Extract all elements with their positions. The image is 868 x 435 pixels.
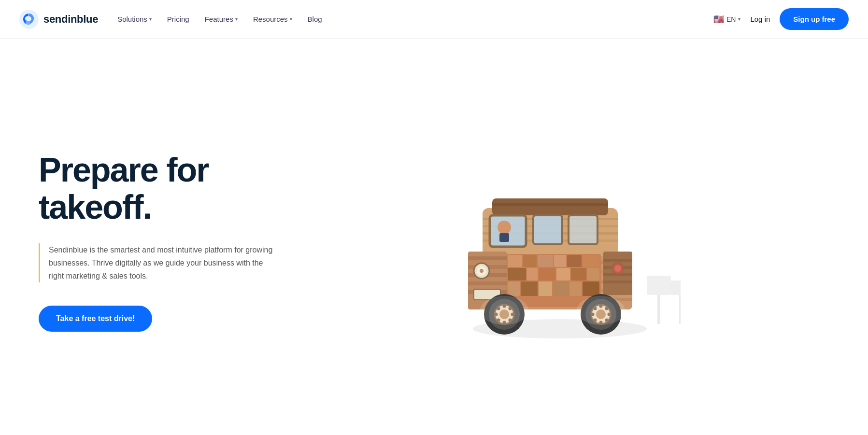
logo-link[interactable]: sendinblue	[19, 10, 98, 29]
language-selector[interactable]: 🇺🇸 EN ▾	[713, 14, 740, 25]
nav-link-blog[interactable]: Blog	[308, 15, 322, 23]
svg-rect-46	[508, 268, 526, 281]
logo-icon	[19, 10, 39, 29]
chevron-down-icon: ▾	[149, 16, 152, 22]
hero-title: Prepare for takeoff.	[39, 152, 280, 226]
signup-button[interactable]: Sign up free	[780, 8, 849, 30]
toy-van-illustration	[429, 136, 681, 348]
hero-content: Prepare for takeoff. Sendinblue is the s…	[39, 152, 280, 332]
svg-rect-41	[523, 255, 537, 267]
svg-rect-50	[571, 268, 586, 281]
chevron-down-icon: ▾	[235, 16, 238, 22]
svg-rect-52	[508, 281, 520, 296]
svg-point-59	[614, 265, 621, 272]
nav-item-pricing[interactable]: Pricing	[167, 15, 189, 23]
nav-link-features[interactable]: Features ▾	[205, 15, 238, 23]
svg-rect-13	[492, 198, 608, 215]
navbar-right: 🇺🇸 EN ▾ Log in Sign up free	[713, 8, 849, 30]
svg-rect-57	[583, 281, 599, 296]
svg-point-84	[480, 296, 528, 325]
svg-rect-54	[539, 281, 552, 296]
hero-description: Sendinblue is the smartest and most intu…	[49, 243, 280, 283]
svg-rect-24	[468, 256, 507, 260]
svg-rect-14	[492, 203, 608, 206]
nav-item-solutions[interactable]: Solutions ▾	[117, 15, 152, 23]
svg-rect-38	[603, 281, 632, 283]
svg-rect-35	[603, 259, 632, 262]
svg-rect-43	[554, 255, 566, 267]
navbar-left: sendinblue Solutions ▾ Pricing Features …	[19, 10, 322, 29]
chevron-down-icon: ▾	[738, 16, 740, 22]
nav-item-features[interactable]: Features ▾	[205, 15, 238, 23]
svg-rect-49	[556, 268, 570, 281]
logo-text: sendinblue	[43, 13, 98, 26]
nav-link-resources[interactable]: Resources ▾	[253, 15, 292, 23]
navbar: sendinblue Solutions ▾ Pricing Features …	[0, 0, 868, 39]
svg-point-21	[498, 221, 511, 234]
hero-image	[280, 121, 829, 363]
login-button[interactable]: Log in	[750, 15, 770, 23]
svg-rect-56	[569, 281, 582, 296]
flag-icon: 🇺🇸	[713, 14, 724, 25]
nav-item-blog[interactable]: Blog	[308, 15, 322, 23]
svg-point-31	[480, 269, 484, 273]
svg-rect-19	[569, 215, 598, 244]
nav-link-pricing[interactable]: Pricing	[167, 15, 189, 23]
cta-button[interactable]: Take a free test drive!	[39, 306, 152, 332]
nav-item-resources[interactable]: Resources ▾	[253, 15, 292, 23]
nav-links: Solutions ▾ Pricing Features ▾ Resources…	[117, 15, 322, 23]
chevron-down-icon: ▾	[290, 16, 292, 22]
lang-code: EN	[726, 15, 736, 23]
svg-rect-27	[468, 281, 507, 285]
svg-rect-22	[499, 233, 509, 242]
svg-rect-47	[527, 268, 538, 281]
hero-description-block: Sendinblue is the smartest and most intu…	[39, 243, 280, 283]
svg-rect-45	[583, 255, 599, 267]
svg-point-0	[19, 10, 39, 29]
svg-rect-87	[657, 295, 660, 324]
svg-rect-48	[539, 268, 555, 281]
svg-rect-53	[521, 281, 538, 296]
nav-link-solutions[interactable]: Solutions ▾	[117, 15, 152, 23]
svg-rect-40	[508, 255, 522, 267]
svg-rect-55	[553, 281, 569, 296]
svg-point-85	[577, 296, 625, 325]
svg-rect-42	[538, 255, 553, 267]
svg-rect-88	[671, 281, 681, 295]
svg-rect-51	[587, 268, 599, 281]
svg-rect-89	[679, 295, 681, 324]
svg-rect-17	[533, 215, 562, 244]
svg-rect-86	[647, 276, 671, 295]
hero-section: Prepare for takeoff. Sendinblue is the s…	[0, 39, 868, 435]
svg-rect-44	[567, 255, 582, 267]
